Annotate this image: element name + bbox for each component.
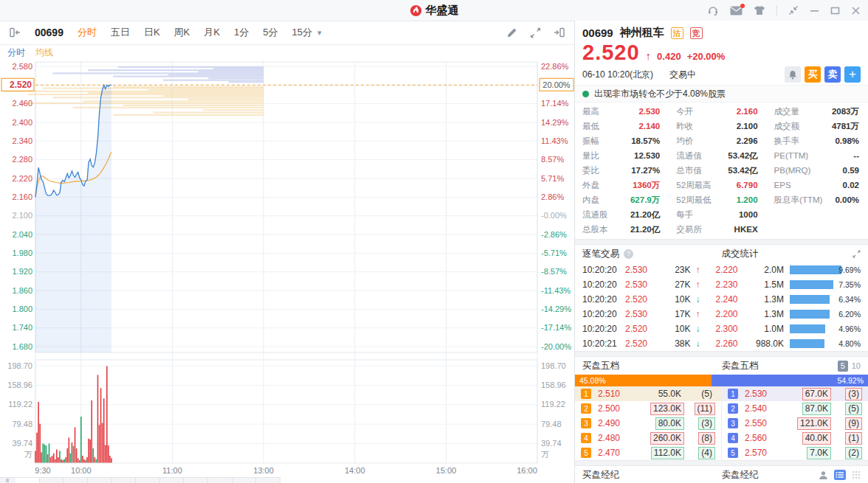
announcement-bar[interactable]: 出现非市场转仓不少于4.08%股票: [575, 85, 868, 102]
level-price: 2.540: [738, 403, 780, 414]
draw-pencil-icon[interactable]: [506, 27, 517, 38]
tick-trades-list: 10:20:202.53023K↑2.2202.0M9.69%10:20:202…: [575, 263, 868, 351]
bid-level-row[interactable]: 42.480260.0K(8): [575, 431, 721, 445]
price-change-pct: +20.00%: [687, 51, 726, 62]
stat-value: 627.9万: [630, 195, 660, 206]
collapse-panel-right-icon[interactable]: [554, 27, 565, 38]
depth-10-button[interactable]: 10: [852, 361, 861, 370]
depth-5-button[interactable]: 5: [838, 361, 848, 372]
help-question-icon[interactable]: ?: [624, 249, 633, 259]
period-tab-日K[interactable]: 日K: [144, 26, 160, 39]
messages-mail-icon[interactable]: [730, 6, 743, 15]
svg-text:2.220: 2.220: [12, 174, 32, 183]
svg-text:119.22: 119.22: [541, 400, 565, 409]
stat-cell: 成交额4781万: [767, 119, 868, 133]
period-tab-5分[interactable]: 5分: [263, 26, 278, 39]
level-volume-value: 80.0K: [655, 417, 684, 430]
intraday-chart[interactable]: 分时 均线 2.5802.4602.4002.3402.2802.2202.16…: [0, 44, 574, 478]
level-badge: 1: [728, 389, 738, 399]
maximize-icon[interactable]: [830, 6, 840, 15]
minimize-icon[interactable]: [810, 6, 819, 15]
period-tab-1分[interactable]: 1分: [234, 26, 249, 39]
broker-person-icon[interactable]: [819, 470, 828, 480]
collapse-panel-left-icon[interactable]: [9, 27, 21, 38]
strip-cell-active[interactable]: [16, 478, 40, 483]
level-price: 2.510: [591, 389, 633, 399]
stat-cell: 52周最高6.790: [669, 178, 766, 192]
svg-text:2.280: 2.280: [12, 155, 32, 164]
section-separator: [575, 239, 868, 245]
ask-level-row[interactable]: 32.550121.0K(9): [722, 416, 868, 431]
stat-label: 成交额: [774, 121, 800, 132]
legend-minute-line[interactable]: 分时: [7, 46, 25, 59]
tick-row[interactable]: 10:20:202.53017K↑2.2001.3M6.20%: [575, 307, 868, 322]
price-alert-bell-icon[interactable]: [785, 66, 801, 83]
close-icon[interactable]: [851, 6, 861, 15]
level-count-value: (1): [845, 432, 862, 445]
up-arrow-icon: ↑: [691, 265, 706, 275]
legend-avg-line[interactable]: 均线: [35, 46, 53, 59]
buy-button[interactable]: 买: [805, 66, 821, 83]
level-badge: 5: [581, 448, 591, 458]
period-tab-分时[interactable]: 分时: [78, 26, 97, 39]
volume-stats-title: 成交统计: [722, 248, 759, 260]
tick-time: 10:20:20: [575, 265, 625, 275]
minute-chart-svg[interactable]: 2.5802.4602.4002.3402.2802.2202.1602.100…: [0, 44, 574, 478]
tick-row[interactable]: 10:20:202.52010K↓2.2401.3M6.34%: [575, 292, 868, 307]
stock-name: 神州租车: [620, 26, 664, 40]
dist-bar: [790, 280, 833, 289]
last-price: 2.520: [582, 41, 640, 64]
sell-button[interactable]: 卖: [824, 66, 841, 83]
stat-cell: 成交量2083万: [767, 104, 868, 119]
stat-value: 2.100: [737, 122, 758, 131]
period-tab-周K[interactable]: 周K: [174, 26, 190, 39]
bottom-tab-strip[interactable]: [0, 477, 280, 483]
svg-text:万: 万: [541, 450, 549, 459]
support-headset-icon[interactable]: [707, 4, 719, 16]
stat-value: 2.140: [638, 122, 660, 131]
bid-level-row[interactable]: 52.470112.0K(4): [575, 445, 721, 460]
fullscreen-expand-icon[interactable]: [530, 27, 541, 38]
tick-trades-title: 逐笔交易: [582, 248, 619, 260]
ask-level-row[interactable]: 22.54087.0K(5): [722, 401, 868, 416]
ask-level-row[interactable]: 52.5707.0K(2): [722, 445, 868, 460]
stat-cell: 最低2.140: [575, 119, 669, 133]
grid-view-icon[interactable]: [852, 470, 861, 479]
period-tab-15分[interactable]: 15分: [292, 26, 311, 39]
dist-bar-box: 7.35%: [790, 277, 861, 292]
theme-skin-icon[interactable]: [754, 5, 765, 15]
tick-row[interactable]: 10:20:212.52038K↓2.260988.0K4.80%: [575, 336, 868, 351]
shrink-window-icon[interactable]: [788, 5, 799, 15]
level-volume-value: 112.0K: [651, 447, 684, 459]
bid-level-row[interactable]: 22.500123.0K(11): [575, 401, 721, 416]
level-price: 2.500: [591, 403, 633, 414]
bid-level-row[interactable]: 12.51055.0K(5): [575, 386, 721, 401]
stat-cell: 委比17.27%: [575, 163, 669, 178]
stat-label: 外盘: [582, 180, 599, 191]
stat-value: 2083万: [832, 106, 859, 117]
svg-text:-14.29%: -14.29%: [541, 305, 571, 313]
dist-bar: [790, 295, 830, 304]
ask-level-row[interactable]: 42.56040.0K(1): [722, 431, 868, 445]
level-count-value: (5): [698, 388, 715, 400]
quote-stats-grid: 最高2.530今开2.160成交量2083万最低2.140昨收2.100成交额4…: [575, 102, 868, 239]
strip-icon[interactable]: [6, 479, 9, 482]
svg-text:13:00: 13:00: [253, 466, 274, 475]
dist-volume: 1.5M: [753, 279, 785, 290]
tick-row[interactable]: 10:20:202.53027K↑2.2301.5M7.35%: [575, 277, 868, 292]
list-view-icon[interactable]: [834, 470, 846, 480]
tick-row[interactable]: 10:20:202.52010K↓2.3001.0M4.96%: [575, 322, 868, 336]
level-volume: 123.0K: [633, 403, 684, 415]
expand-section-icon[interactable]: [852, 250, 861, 258]
period-tab-月K[interactable]: 月K: [204, 26, 220, 39]
level-volume: 55.0K: [633, 388, 684, 400]
tick-row[interactable]: 10:20:202.53023K↑2.2202.0M9.69%: [575, 263, 868, 277]
period-tab-五日[interactable]: 五日: [111, 26, 130, 39]
add-watchlist-button[interactable]: +: [844, 66, 861, 83]
tick-volume: 23K: [659, 265, 691, 275]
ask-level-row[interactable]: 12.53067.0K(3): [722, 386, 868, 401]
stat-value: 21.20亿: [630, 209, 660, 220]
stat-label: 最低: [582, 121, 599, 132]
bid-level-row[interactable]: 32.49080.0K(3): [575, 416, 721, 431]
more-periods-caret-icon[interactable]: ▾: [317, 28, 322, 38]
